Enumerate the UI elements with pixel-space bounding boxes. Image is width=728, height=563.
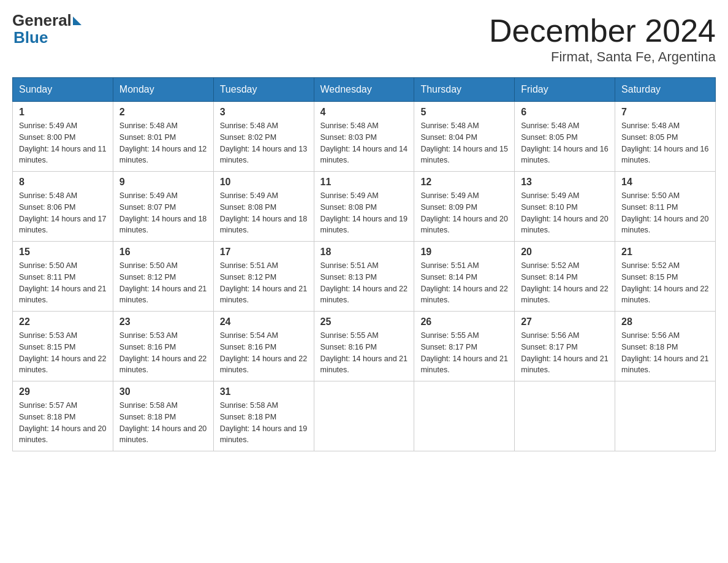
day-info: Sunrise: 5:55 AM Sunset: 8:16 PM Dayligh… [320, 330, 408, 376]
day-info: Sunrise: 5:49 AM Sunset: 8:08 PM Dayligh… [320, 190, 408, 236]
calendar-cell: 4 Sunrise: 5:48 AM Sunset: 8:03 PM Dayli… [314, 102, 414, 172]
calendar-cell: 29 Sunrise: 5:57 AM Sunset: 8:18 PM Dayl… [13, 381, 113, 451]
calendar-cell: 23 Sunrise: 5:53 AM Sunset: 8:16 PM Dayl… [113, 312, 213, 381]
day-info: Sunrise: 5:56 AM Sunset: 8:17 PM Dayligh… [521, 330, 609, 376]
day-number: 31 [220, 386, 308, 397]
day-number: 22 [19, 316, 107, 327]
page-title: December 2024 [489, 12, 716, 49]
day-number: 27 [521, 316, 609, 327]
day-info: Sunrise: 5:51 AM Sunset: 8:12 PM Dayligh… [220, 260, 308, 306]
day-info: Sunrise: 5:50 AM Sunset: 8:11 PM Dayligh… [621, 190, 709, 236]
calendar-cell: 21 Sunrise: 5:52 AM Sunset: 8:15 PM Dayl… [615, 242, 716, 312]
calendar-header-monday: Monday [113, 78, 213, 102]
day-info: Sunrise: 5:58 AM Sunset: 8:18 PM Dayligh… [220, 400, 308, 446]
page-subtitle: Firmat, Santa Fe, Argentina [489, 49, 716, 65]
day-number: 12 [420, 177, 508, 188]
calendar-cell: 30 Sunrise: 5:58 AM Sunset: 8:18 PM Dayl… [113, 381, 213, 451]
title-block: December 2024 Firmat, Santa Fe, Argentin… [489, 12, 716, 65]
calendar-header-saturday: Saturday [615, 78, 716, 102]
calendar-cell: 19 Sunrise: 5:51 AM Sunset: 8:14 PM Dayl… [414, 242, 515, 312]
day-number: 1 [19, 107, 107, 118]
day-info: Sunrise: 5:52 AM Sunset: 8:14 PM Dayligh… [521, 260, 609, 306]
day-info: Sunrise: 5:50 AM Sunset: 8:12 PM Dayligh… [119, 260, 207, 306]
day-info: Sunrise: 5:53 AM Sunset: 8:15 PM Dayligh… [19, 330, 107, 376]
calendar-header-sunday: Sunday [13, 78, 113, 102]
calendar-cell: 16 Sunrise: 5:50 AM Sunset: 8:12 PM Dayl… [113, 242, 213, 312]
logo-general-text: General [12, 12, 72, 28]
day-number: 6 [521, 107, 609, 118]
calendar-cell: 27 Sunrise: 5:56 AM Sunset: 8:17 PM Dayl… [515, 312, 615, 381]
calendar-week-row: 8 Sunrise: 5:48 AM Sunset: 8:06 PM Dayli… [13, 172, 716, 242]
day-info: Sunrise: 5:49 AM Sunset: 8:00 PM Dayligh… [19, 120, 107, 166]
calendar-cell: 3 Sunrise: 5:48 AM Sunset: 8:02 PM Dayli… [213, 102, 314, 172]
calendar-cell: 11 Sunrise: 5:49 AM Sunset: 8:08 PM Dayl… [314, 172, 414, 242]
day-number: 8 [19, 177, 107, 188]
day-number: 20 [521, 247, 609, 258]
calendar-week-row: 1 Sunrise: 5:49 AM Sunset: 8:00 PM Dayli… [13, 102, 716, 172]
day-number: 16 [119, 247, 207, 258]
calendar-cell: 28 Sunrise: 5:56 AM Sunset: 8:18 PM Dayl… [615, 312, 716, 381]
day-info: Sunrise: 5:54 AM Sunset: 8:16 PM Dayligh… [220, 330, 308, 376]
calendar-cell: 26 Sunrise: 5:55 AM Sunset: 8:17 PM Dayl… [414, 312, 515, 381]
day-info: Sunrise: 5:55 AM Sunset: 8:17 PM Dayligh… [420, 330, 508, 376]
day-number: 29 [19, 386, 107, 397]
calendar-cell: 15 Sunrise: 5:50 AM Sunset: 8:11 PM Dayl… [13, 242, 113, 312]
calendar-cell [615, 381, 716, 451]
logo-arrow-icon [73, 17, 82, 25]
calendar-cell: 13 Sunrise: 5:49 AM Sunset: 8:10 PM Dayl… [515, 172, 615, 242]
day-number: 18 [320, 247, 408, 258]
day-info: Sunrise: 5:48 AM Sunset: 8:06 PM Dayligh… [19, 190, 107, 236]
day-info: Sunrise: 5:52 AM Sunset: 8:15 PM Dayligh… [621, 260, 709, 306]
day-number: 19 [420, 247, 508, 258]
day-number: 30 [119, 386, 207, 397]
day-number: 10 [220, 177, 308, 188]
calendar-cell: 20 Sunrise: 5:52 AM Sunset: 8:14 PM Dayl… [515, 242, 615, 312]
calendar-week-row: 15 Sunrise: 5:50 AM Sunset: 8:11 PM Dayl… [13, 242, 716, 312]
day-info: Sunrise: 5:48 AM Sunset: 8:03 PM Dayligh… [320, 120, 408, 166]
day-number: 14 [621, 177, 709, 188]
day-number: 24 [220, 316, 308, 327]
day-number: 21 [621, 247, 709, 258]
calendar-cell: 6 Sunrise: 5:48 AM Sunset: 8:05 PM Dayli… [515, 102, 615, 172]
calendar-cell: 24 Sunrise: 5:54 AM Sunset: 8:16 PM Dayl… [213, 312, 314, 381]
day-number: 7 [621, 107, 709, 118]
calendar-cell: 2 Sunrise: 5:48 AM Sunset: 8:01 PM Dayli… [113, 102, 213, 172]
day-info: Sunrise: 5:56 AM Sunset: 8:18 PM Dayligh… [621, 330, 709, 376]
day-info: Sunrise: 5:48 AM Sunset: 8:02 PM Dayligh… [220, 120, 308, 166]
calendar-cell [515, 381, 615, 451]
calendar-cell: 31 Sunrise: 5:58 AM Sunset: 8:18 PM Dayl… [213, 381, 314, 451]
calendar-cell: 12 Sunrise: 5:49 AM Sunset: 8:09 PM Dayl… [414, 172, 515, 242]
page-header: General Blue December 2024 Firmat, Santa… [12, 12, 716, 65]
calendar-cell: 9 Sunrise: 5:49 AM Sunset: 8:07 PM Dayli… [113, 172, 213, 242]
calendar-table: SundayMondayTuesdayWednesdayThursdayFrid… [12, 77, 716, 451]
calendar-header-wednesday: Wednesday [314, 78, 414, 102]
calendar-week-row: 29 Sunrise: 5:57 AM Sunset: 8:18 PM Dayl… [13, 381, 716, 451]
day-number: 9 [119, 177, 207, 188]
day-info: Sunrise: 5:48 AM Sunset: 8:05 PM Dayligh… [621, 120, 709, 166]
calendar-cell: 5 Sunrise: 5:48 AM Sunset: 8:04 PM Dayli… [414, 102, 515, 172]
day-number: 5 [420, 107, 508, 118]
day-number: 17 [220, 247, 308, 258]
day-info: Sunrise: 5:49 AM Sunset: 8:07 PM Dayligh… [119, 190, 207, 236]
day-info: Sunrise: 5:48 AM Sunset: 8:05 PM Dayligh… [521, 120, 609, 166]
calendar-header-friday: Friday [515, 78, 615, 102]
calendar-cell: 22 Sunrise: 5:53 AM Sunset: 8:15 PM Dayl… [13, 312, 113, 381]
calendar-header-row: SundayMondayTuesdayWednesdayThursdayFrid… [13, 78, 716, 102]
day-info: Sunrise: 5:49 AM Sunset: 8:10 PM Dayligh… [521, 190, 609, 236]
calendar-header-thursday: Thursday [414, 78, 515, 102]
logo-blue-text: Blue [13, 28, 48, 47]
calendar-cell: 7 Sunrise: 5:48 AM Sunset: 8:05 PM Dayli… [615, 102, 716, 172]
day-info: Sunrise: 5:49 AM Sunset: 8:09 PM Dayligh… [420, 190, 508, 236]
calendar-cell: 14 Sunrise: 5:50 AM Sunset: 8:11 PM Dayl… [615, 172, 716, 242]
calendar-cell [414, 381, 515, 451]
day-number: 23 [119, 316, 207, 327]
day-info: Sunrise: 5:57 AM Sunset: 8:18 PM Dayligh… [19, 400, 107, 446]
calendar-cell: 18 Sunrise: 5:51 AM Sunset: 8:13 PM Dayl… [314, 242, 414, 312]
calendar-cell: 8 Sunrise: 5:48 AM Sunset: 8:06 PM Dayli… [13, 172, 113, 242]
day-number: 15 [19, 247, 107, 258]
calendar-cell: 25 Sunrise: 5:55 AM Sunset: 8:16 PM Dayl… [314, 312, 414, 381]
day-info: Sunrise: 5:50 AM Sunset: 8:11 PM Dayligh… [19, 260, 107, 306]
day-number: 28 [621, 316, 709, 327]
day-info: Sunrise: 5:58 AM Sunset: 8:18 PM Dayligh… [119, 400, 207, 446]
day-number: 2 [119, 107, 207, 118]
